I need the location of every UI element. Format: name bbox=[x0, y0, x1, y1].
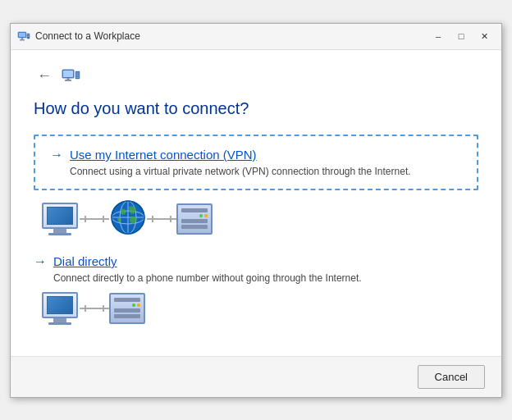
vpn-option-card[interactable]: → Use my Internet connection (VPN) Conne… bbox=[34, 135, 478, 190]
svg-rect-3 bbox=[20, 39, 25, 41]
svg-rect-5 bbox=[28, 34, 30, 35]
page-heading: How do you want to connect? bbox=[34, 99, 478, 118]
computer-icon bbox=[42, 203, 78, 235]
workplace-icon bbox=[62, 66, 81, 86]
title-bar-left: Connect to a Workplace bbox=[17, 30, 140, 43]
title-bar-controls: – □ ✕ bbox=[427, 28, 495, 44]
dial-title-row: → Dial directly bbox=[34, 254, 478, 269]
dial-server-icon bbox=[109, 293, 145, 324]
vpn-title-row: → Use my Internet connection (VPN) bbox=[50, 148, 462, 162]
title-bar: Connect to a Workplace – □ ✕ bbox=[11, 24, 501, 50]
nav-row: ← bbox=[34, 66, 478, 86]
footer: Cancel bbox=[11, 356, 501, 397]
dial-option-desc: Connect directly to a phone number witho… bbox=[53, 272, 478, 284]
dial-connection-line bbox=[80, 308, 109, 309]
connection-line-1 bbox=[80, 218, 109, 220]
vpn-option-desc: Connect using a virtual private network … bbox=[70, 166, 462, 177]
svg-rect-8 bbox=[63, 71, 73, 77]
dial-option[interactable]: → Dial directly Connect directly to a ph… bbox=[34, 254, 478, 284]
dial-arrow-icon: → bbox=[34, 254, 47, 269]
vpn-option-title[interactable]: Use my Internet connection (VPN) bbox=[70, 148, 257, 162]
dial-computer-icon bbox=[42, 292, 78, 325]
dial-option-title[interactable]: Dial directly bbox=[53, 254, 117, 268]
title-bar-title: Connect to a Workplace bbox=[35, 30, 140, 42]
svg-rect-9 bbox=[67, 78, 70, 80]
minimize-button[interactable]: – bbox=[427, 28, 449, 44]
svg-rect-2 bbox=[21, 38, 23, 39]
cancel-button[interactable]: Cancel bbox=[418, 365, 485, 389]
close-button[interactable]: ✕ bbox=[473, 28, 495, 44]
dial-illustration bbox=[42, 292, 478, 325]
globe-icon bbox=[109, 199, 147, 240]
vpn-arrow-icon: → bbox=[50, 148, 63, 162]
server-icon bbox=[176, 203, 213, 235]
connection-line-2 bbox=[147, 218, 176, 220]
vpn-illustration bbox=[42, 199, 478, 240]
svg-rect-12 bbox=[76, 72, 80, 73]
svg-rect-1 bbox=[19, 33, 25, 37]
maximize-button[interactable]: □ bbox=[450, 28, 472, 44]
svg-rect-10 bbox=[65, 80, 71, 81]
svg-rect-13 bbox=[76, 75, 80, 75]
svg-rect-6 bbox=[28, 36, 30, 37]
window: Connect to a Workplace – □ ✕ ← How do yo bbox=[10, 23, 502, 398]
svg-rect-14 bbox=[76, 76, 80, 77]
window-body: ← How do you want to connect? → Use my I… bbox=[11, 50, 501, 356]
back-button[interactable]: ← bbox=[34, 67, 55, 84]
title-bar-icon bbox=[17, 30, 30, 43]
